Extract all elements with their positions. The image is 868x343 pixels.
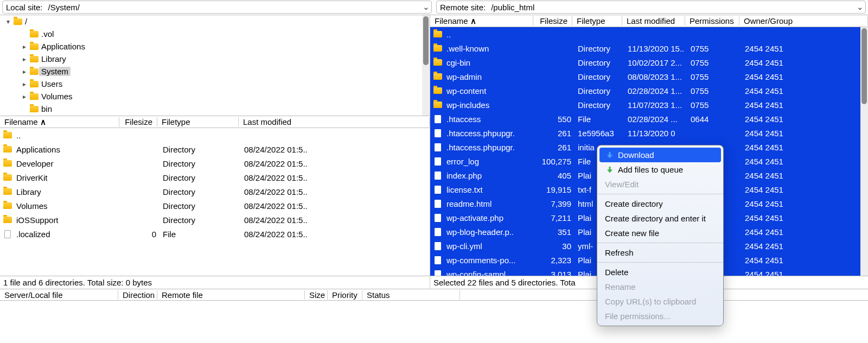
remote-columns[interactable]: Filename Filesize Filetype Last modified… xyxy=(430,15,868,27)
tree-item[interactable]: Applications xyxy=(0,40,430,53)
cell-owner: 2454 2451 xyxy=(742,213,868,223)
col-lastmodified[interactable]: Last modified xyxy=(622,16,685,26)
list-item[interactable]: DriverKitDirectory08/24/2022 01:5.. xyxy=(0,170,430,185)
col-filesize[interactable]: Filesize xyxy=(119,117,157,126)
list-item[interactable]: .localized0File08/24/2022 01:5.. xyxy=(0,227,430,241)
disclosure-icon[interactable] xyxy=(20,68,29,75)
ctx-delete[interactable]: Delete xyxy=(597,265,723,280)
cell-owner: 2454 2451 xyxy=(742,199,868,208)
cell-filesize: 261 xyxy=(535,129,575,138)
disclosure-icon[interactable] xyxy=(20,55,29,63)
col-filesize[interactable]: Filesize xyxy=(533,16,572,26)
ctx-refresh-label: Refresh xyxy=(605,248,634,257)
cell-filename: .localized xyxy=(13,230,122,239)
folder-icon xyxy=(2,174,13,181)
context-menu[interactable]: Download Add files to queue View/Edit Cr… xyxy=(597,145,724,326)
list-item[interactable]: .. xyxy=(0,128,430,142)
dropdown-icon[interactable]: ⌄ xyxy=(854,2,865,12)
remote-site-label: Remote site: xyxy=(437,3,489,12)
disclosure-icon[interactable] xyxy=(20,80,29,88)
list-item[interactable]: VolumesDirectory08/24/2022 01:5.. xyxy=(0,199,430,213)
tree-item[interactable]: System xyxy=(0,65,430,78)
cell-owner: 2454 2451 xyxy=(742,270,868,276)
disclosure-icon[interactable] xyxy=(3,18,13,26)
local-filelist[interactable]: ..ApplicationsDirectory08/24/2022 01:5..… xyxy=(0,128,430,276)
ctx-download[interactable]: Download xyxy=(599,148,721,162)
tree-item[interactable]: Volumes xyxy=(0,90,430,103)
disclosure-icon[interactable] xyxy=(20,43,29,50)
cell-filetype: 1e5956a3 xyxy=(575,129,624,138)
tree-item[interactable]: / xyxy=(0,15,430,28)
folder-icon xyxy=(432,73,443,80)
list-item[interactable]: DeveloperDirectory08/24/2022 01:5.. xyxy=(0,156,430,170)
col-filename[interactable]: Filename xyxy=(0,117,119,127)
cell-filesize: 550 xyxy=(535,115,575,124)
tree-item[interactable]: Users xyxy=(0,78,430,90)
local-path-value[interactable]: /System/ xyxy=(46,3,420,12)
qh-server[interactable]: Server/Local file xyxy=(0,290,118,300)
tree-item[interactable]: .vol xyxy=(0,28,430,40)
col-filetype[interactable]: Filetype xyxy=(157,117,239,126)
file-icon xyxy=(432,228,443,236)
col-filename[interactable]: Filename xyxy=(430,16,533,26)
queue-columns[interactable]: Server/Local file Direction Remote file … xyxy=(0,289,868,301)
qh-size[interactable]: Size xyxy=(305,290,328,300)
qh-priority[interactable]: Priority xyxy=(328,290,362,300)
cell-filesize: 30 xyxy=(535,242,575,251)
cell-permissions: 0755 xyxy=(687,100,742,110)
remote-path-value[interactable]: /public_html xyxy=(489,3,854,12)
tree-item[interactable]: bin xyxy=(0,103,430,115)
cell-lastmodified: 08/24/2022 01:5.. xyxy=(241,201,430,211)
col-owner[interactable]: Owner/Group xyxy=(739,16,868,26)
list-item[interactable]: cgi-binDirectory10/02/2017 2...07552454 … xyxy=(430,55,868,69)
disclosure-icon[interactable] xyxy=(20,93,29,100)
col-lastmodified[interactable]: Last modified xyxy=(239,117,430,126)
list-item[interactable]: wp-includesDirectory11/07/2023 1...07552… xyxy=(430,98,868,112)
scroll-thumb[interactable] xyxy=(423,16,429,65)
qh-remote[interactable]: Remote file xyxy=(157,290,305,300)
list-item[interactable]: ApplicationsDirectory08/24/2022 01:5.. xyxy=(0,142,430,156)
tree-item[interactable]: Library xyxy=(0,53,430,65)
list-item[interactable]: LibraryDirectory08/24/2022 01:5.. xyxy=(0,185,430,199)
cell-permissions: 0755 xyxy=(687,86,742,96)
cell-filesize: 19,915 xyxy=(535,185,575,194)
list-item[interactable]: .htaccess.phpupgr.2611e5956a311/13/2020 … xyxy=(430,126,868,140)
list-item[interactable]: .well-knownDirectory11/13/2020 15..07552… xyxy=(430,41,868,55)
cell-owner: 2454 2451 xyxy=(742,72,868,81)
cell-filename: .htaccess.phpupgr. xyxy=(443,129,535,138)
tree-item-label: Volumes xyxy=(39,92,73,101)
ctx-refresh[interactable]: Refresh xyxy=(597,245,723,260)
scroll-thumb[interactable] xyxy=(861,28,867,104)
cell-permissions: 0755 xyxy=(687,44,742,53)
list-item[interactable]: wp-contentDirectory02/28/2024 1...075524… xyxy=(430,84,868,98)
tree-item-label: Library xyxy=(39,54,66,63)
file-icon xyxy=(432,115,443,123)
cell-owner: 2454 2451 xyxy=(742,58,868,67)
remote-path-bar[interactable]: Remote site: /public_html ⌄ xyxy=(436,1,866,14)
cell-filesize: 3,013 xyxy=(535,270,575,276)
dropdown-icon[interactable]: ⌄ xyxy=(420,2,431,12)
list-item[interactable]: .. xyxy=(430,27,868,41)
cell-filetype: Directory xyxy=(159,215,241,225)
list-item[interactable]: .htaccess550File02/28/2024 ...06442454 2… xyxy=(430,112,868,126)
cell-filesize: 261 xyxy=(535,143,575,152)
file-icon xyxy=(432,256,443,264)
cell-owner: 2454 2451 xyxy=(742,129,868,138)
qh-status[interactable]: Status xyxy=(362,290,460,300)
scrollbar[interactable] xyxy=(860,27,868,276)
col-filetype[interactable]: Filetype xyxy=(572,16,622,26)
local-columns[interactable]: Filename Filesize Filetype Last modified xyxy=(0,116,430,128)
cell-filename: wp-activate.php xyxy=(443,213,535,223)
col-permissions[interactable]: Permissions xyxy=(685,16,739,26)
ctx-create-directory[interactable]: Create directory xyxy=(597,196,723,211)
list-item[interactable]: iOSSupportDirectory08/24/2022 01:5.. xyxy=(0,213,430,227)
ctx-add-queue[interactable]: Add files to queue xyxy=(597,162,723,177)
scrollbar[interactable] xyxy=(422,15,430,116)
list-item[interactable]: wp-adminDirectory08/08/2023 1...07552454… xyxy=(430,69,868,84)
ctx-create-directory-enter[interactable]: Create directory and enter it xyxy=(597,211,723,226)
ctx-create-file[interactable]: Create new file xyxy=(597,226,723,240)
local-path-bar[interactable]: Local site: /System/ ⌄ xyxy=(2,1,432,14)
cell-filetype: Directory xyxy=(159,159,241,168)
local-tree[interactable]: /.volApplicationsLibrarySystemUsersVolum… xyxy=(0,15,430,116)
qh-direction[interactable]: Direction xyxy=(118,290,157,300)
